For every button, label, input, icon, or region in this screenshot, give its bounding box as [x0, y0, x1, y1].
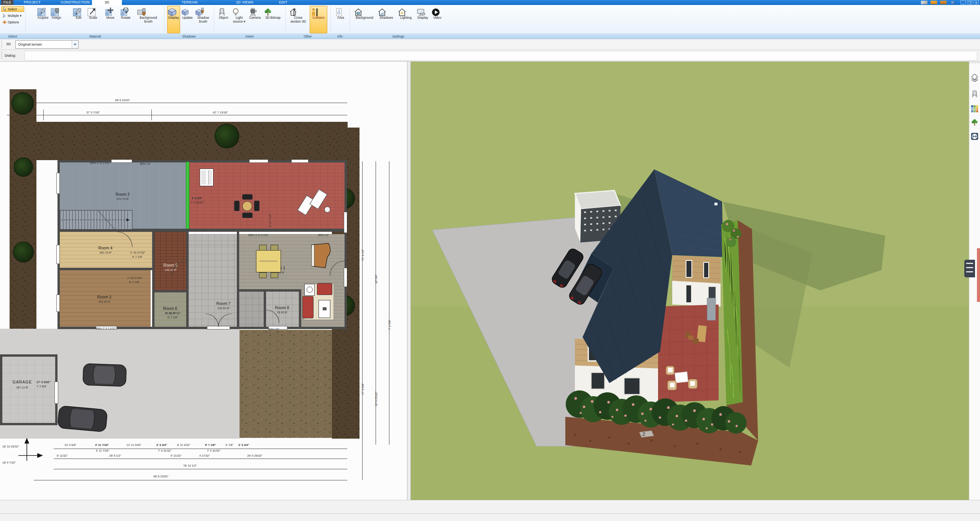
scale-button[interactable]: Scale: [87, 6, 100, 33]
folder-icon[interactable]: [931, 1, 937, 4]
settings-display-button[interactable]: Display: [416, 6, 429, 33]
globe-help-icon[interactable]: [951, 1, 955, 5]
object-button[interactable]: Object: [217, 6, 230, 33]
dim-label: 3' 3 3/4": [156, 443, 167, 447]
acquire-button[interactable]: Acquire: [36, 6, 49, 33]
settings-shadows-button[interactable]: Shadows: [377, 6, 396, 33]
restore-button[interactable]: ❐: [967, 0, 972, 5]
select-label: Select: [8, 7, 17, 11]
dim-label: 18' 9 7/32": [2, 461, 16, 464]
materials-palette-icon[interactable]: [970, 105, 979, 113]
car-2d[interactable]: [57, 406, 108, 432]
options-label: Options: [8, 20, 19, 24]
pane-splitter[interactable]: [407, 62, 411, 500]
chevron-down-icon[interactable]: [72, 41, 78, 48]
plants-icon[interactable]: [970, 118, 979, 127]
dim-label: 4' 7/8": [225, 443, 233, 447]
dim-line: [54, 469, 347, 469]
dim-label: 17' 3 3/8": [361, 383, 364, 395]
tab-terrain[interactable]: TERRAIN: [179, 0, 200, 5]
plus-icon: [2, 20, 7, 25]
terrace-3d[interactable]: [658, 298, 719, 402]
multi-select-icon: [2, 13, 7, 18]
dim-label: 5' 11/32": [57, 454, 68, 457]
select-button[interactable]: Select: [1, 6, 24, 12]
door-arcs: [117, 232, 345, 327]
remote-support-icon[interactable]: [970, 132, 979, 141]
background-brush-button[interactable]: Background brush: [136, 6, 160, 33]
roof-window[interactable]: [714, 203, 717, 205]
dialog-label: Dialog:: [5, 53, 16, 57]
app-window: ? N FILE PROJECT CONSTRUCTI: [0, 0, 980, 521]
viewport-3d[interactable]: Z: [411, 62, 969, 500]
scroll-indicator[interactable]: [977, 248, 980, 302]
light-source-button[interactable]: Light source ▾: [231, 6, 248, 33]
group-label-material: Material: [27, 34, 163, 39]
cursor-icon: [2, 7, 7, 11]
dim-label: 7' 4 31/32": [207, 449, 220, 452]
dim-label: 8' 11 9/32": [177, 443, 190, 447]
dim-label: 4 17/32": [199, 454, 210, 457]
panel-handle[interactable]: [964, 260, 975, 277]
dim-line: [54, 459, 347, 459]
tab-2d-views[interactable]: 2D VIEWS: [234, 0, 256, 5]
car-2d[interactable]: [83, 364, 126, 387]
plan-overlay: [0, 62, 407, 500]
camera-button[interactable]: Camera: [248, 6, 261, 33]
assign-button[interactable]: Assign: [50, 6, 63, 33]
rotate-button[interactable]: Rotate: [119, 6, 132, 33]
group-label-select: Select: [0, 34, 25, 39]
ribbon: Select Multiple ▾ Options Acquire Assign…: [0, 5, 980, 34]
toolbox-icon[interactable]: [940, 1, 947, 4]
group-label-other: Other: [286, 34, 330, 39]
dim-label: 98' 6 23/32": [153, 475, 169, 478]
close-button[interactable]: ✕: [973, 0, 979, 5]
tab-edit[interactable]: EDIT: [277, 0, 290, 5]
dialog-grip[interactable]: [1, 52, 2, 60]
staircase[interactable]: [60, 210, 132, 229]
settings-background-button[interactable]: Background: [353, 6, 376, 33]
move-button[interactable]: Move: [104, 6, 117, 33]
video-button[interactable]: Video: [431, 6, 444, 33]
dim-label: 78' 10 1/2": [183, 464, 197, 467]
options-button[interactable]: Options: [1, 19, 24, 25]
cabinet-3d[interactable]: [707, 298, 716, 320]
dialog-bar: Dialog:: [0, 50, 980, 62]
shadows-display-button[interactable]: Display: [167, 6, 180, 33]
tab-project[interactable]: PROJECT: [21, 0, 43, 5]
sidebar-grip[interactable]: [969, 62, 980, 63]
dim-line: [362, 161, 363, 480]
tab-construction[interactable]: CONSTRUCTION: [58, 0, 92, 5]
area-button[interactable]: Area: [334, 6, 347, 33]
dim-label: 7' 2 5/8": [388, 319, 391, 330]
toolbar-grip[interactable]: [1, 41, 2, 48]
shadow-brush-button[interactable]: Shadow brush: [195, 6, 212, 33]
tab-3d[interactable]: 3D: [92, 0, 122, 5]
edit-button[interactable]: Edit: [72, 6, 85, 33]
axis-icon: [18, 439, 42, 461]
group-label-settings: Settings: [350, 34, 446, 39]
tools-icon[interactable]: [921, 1, 927, 4]
dialog-content-area: [25, 51, 977, 61]
layers-icon[interactable]: [970, 74, 979, 82]
grand-piano[interactable]: [312, 243, 330, 268]
status-bar: Wall AW 36.5 m. Ceiling support L=Constr…: [0, 513, 980, 521]
group-label-info: Info: [331, 34, 349, 39]
dim-label: 26' 9 25/32": [247, 454, 263, 457]
shadows-update-button[interactable]: Update: [181, 6, 194, 33]
ribbon-group-labels: Select Material Shadows Insert Other Inf…: [0, 34, 980, 39]
multiple-label: Multiple: [8, 14, 19, 18]
collision-button[interactable]: Collision: [310, 6, 327, 33]
furniture-catalog-icon[interactable]: [970, 90, 979, 98]
minimize-button[interactable]: –: [960, 0, 966, 5]
dim-label: 10' 4 5/8": [64, 443, 76, 447]
bitmap3d-button[interactable]: 3D-Bitmap: [263, 6, 283, 33]
terrain-select[interactable]: Original terrain: [15, 40, 79, 49]
tab-file[interactable]: FILE: [1, 0, 13, 5]
cross-section-button[interactable]: Cross section 3D: [288, 6, 308, 33]
scene-3d: Z: [411, 62, 969, 500]
plan-2d-view[interactable]: 98' 6 23/32" 18' 7 15/32" 37' 3 7/16" 42…: [0, 62, 407, 500]
multiple-button[interactable]: Multiple ▾: [1, 13, 24, 18]
settings-lighting-button[interactable]: Lighting: [397, 6, 415, 33]
dim-label: 7' 4 31/32": [158, 449, 171, 452]
